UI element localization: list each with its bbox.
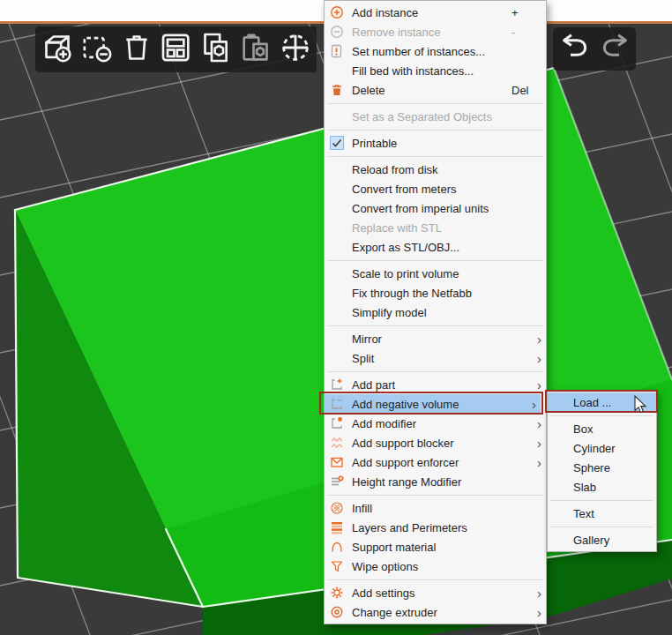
menu-separator [325,368,546,375]
menu-item-remove-instance: Remove instance- [325,22,546,41]
menu-item-label: Load ... [573,396,656,409]
menu-item-label: Support material [352,541,511,554]
printable-check-icon [329,136,344,150]
height-range-icon [329,474,344,489]
menu-item-support-material[interactable]: Support material [325,537,546,557]
redo-icon [597,30,632,69]
submenu-arrow-icon: › [533,606,546,619]
menu-item-delete[interactable]: DeleteDel [325,80,546,100]
menu-separator [325,126,546,133]
submenu-arrow-icon: › [533,417,546,430]
menu-item-cylinder[interactable]: Cylinder [548,438,656,458]
delete-all-button[interactable] [116,28,156,71]
cube-remove-icon [79,30,115,69]
menu-item-fix-through-the-netfabb[interactable]: Fix through the Netfabb [325,283,546,303]
object-context-menu: Add instance+Remove instance-Set number … [324,0,547,624]
menu-item-fill-bed-with-instances[interactable]: Fill bed with instances... [325,61,546,80]
menu-item-slab[interactable]: Slab [548,477,656,497]
menu-item-split[interactable]: Split› [325,348,546,368]
menu-separator [325,100,546,107]
menu-item-add-settings[interactable]: Add settings› [325,583,546,602]
copy-icon [198,30,234,69]
menu-item-add-negative-volume[interactable]: Add negative volume› [325,394,541,414]
plus-circle-icon [329,5,344,19]
submenu-arrow-icon: › [533,437,546,450]
menu-item-label: Replace with STL [352,221,511,235]
blank-icon [329,201,344,215]
menu-item-add-instance[interactable]: Add instance+ [325,3,546,22]
menu-item-load[interactable]: Load ... [548,392,656,412]
paste-button[interactable] [235,28,275,71]
copy-button[interactable] [196,28,235,71]
menu-item-box[interactable]: Box [548,419,656,438]
menu-item-add-support-enforcer[interactable]: Add support enforcer› [325,452,546,472]
support-material-icon [329,540,344,554]
menu-separator [325,322,546,329]
minus-circle-icon [329,25,344,39]
menu-item-change-extruder[interactable]: Change extruder› [325,602,546,622]
menu-item-infill[interactable]: Infill [325,498,546,518]
menu-item-add-modifier[interactable]: Add modifier› [325,414,546,433]
menu-item-add-part[interactable]: Add part› [325,375,546,394]
blank-icon [329,286,344,300]
menu-separator [325,491,546,498]
delete-trash-icon [329,83,344,97]
menu-item-simplify-model[interactable]: Simplify model [325,303,546,322]
menu-item-label: Add part [352,378,511,392]
menu-item-gallery[interactable]: Gallery [548,530,656,549]
undo-icon [557,30,593,69]
menu-item-export-as-stl-obj[interactable]: Export as STL/OBJ... [325,237,546,257]
menu-item-wipe-options[interactable]: Wipe options [325,557,546,576]
arrange-icon [159,30,194,69]
menu-separator [548,497,656,504]
menu-item-label: Text [573,507,656,520]
add-object-button[interactable] [37,28,77,71]
menu-item-mirror[interactable]: Mirror› [325,329,546,348]
menu-item-label: Add support enforcer [352,456,511,469]
menu-item-sphere[interactable]: Sphere [548,458,656,477]
menu-item-height-range-modifier[interactable]: Height range Modifier [325,472,546,491]
add-instance-tool-button[interactable] [275,28,315,71]
menu-item-label: Fix through the Netfabb [352,287,511,300]
remove-object-button[interactable] [77,28,116,71]
blank-icon [329,351,344,365]
menu-item-convert-from-imperial-units[interactable]: Convert from imperial units [325,198,546,218]
menu-item-label: Infill [352,502,511,515]
submenu-arrow-icon: › [527,398,541,411]
menu-item-label: Delete [352,84,511,97]
blank-icon [329,220,344,235]
layers-icon [329,520,344,534]
menu-item-scale-to-print-volume[interactable]: Scale to print volume [325,264,546,283]
menu-item-replace-with-stl: Replace with STL [325,218,546,237]
menu-item-label: Split [352,352,511,365]
menu-item-label: Scale to print volume [352,267,511,280]
menu-separator [325,576,546,583]
blank-icon [329,182,344,196]
menu-item-label: Add settings [352,586,511,600]
menu-item-add-support-blocker[interactable]: Add support blocker› [325,433,546,452]
blank-icon [329,266,344,280]
menu-item-label: Convert from meters [352,183,511,196]
extruder-icon [329,605,344,619]
menu-item-label: Printable [352,137,511,150]
menu-item-label: Set number of instances... [352,45,511,58]
menu-item-label: Add support blocker [352,437,511,450]
menu-item-shortcut: Del [511,84,533,97]
menu-item-label: Height range Modifier [352,475,511,489]
redo-button[interactable] [594,28,634,71]
gear-icon [329,586,344,600]
undo-button[interactable] [555,28,594,71]
menu-item-text[interactable]: Text [548,504,656,523]
menu-item-printable[interactable]: Printable [325,133,546,153]
arrange-button[interactable] [156,28,196,71]
menu-item-label: Slab [573,481,656,494]
menu-item-label: Set as a Separated Objects [352,110,511,123]
menu-item-label: Convert from imperial units [352,202,511,215]
menu-item-reload-from-disk[interactable]: Reload from disk [325,160,546,179]
menu-item-label: Reload from disk [352,163,511,176]
menu-item-convert-from-meters[interactable]: Convert from meters [325,179,546,198]
undo-redo-toolbar [553,27,636,71]
menu-item-layers-and-perimeters[interactable]: Layers and Perimeters [325,518,546,537]
object-toolbar [35,26,317,72]
menu-item-set-number-of-instances[interactable]: Set number of instances... [325,41,546,61]
